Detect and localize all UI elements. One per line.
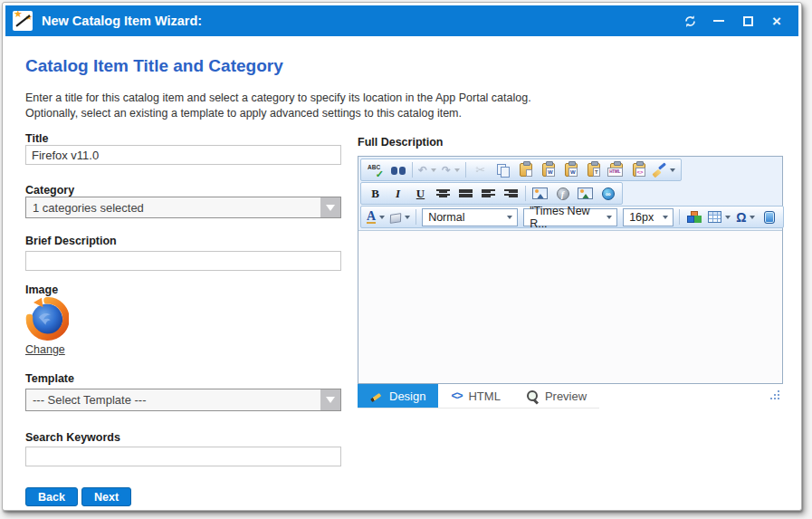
paste-html-button[interactable]: <> <box>628 160 649 179</box>
template-label: Template <box>25 372 74 385</box>
wizard-dialog: ★ ★ New Catalog Item Wizard: × Catalog I… <box>2 2 802 511</box>
media-manager-button[interactable] <box>759 207 779 226</box>
editor-toolbars: ABC✓↶↷✂WWTHTML<>BIUf∞ANormal"Times New R… <box>358 157 782 230</box>
toolbar-separator <box>525 186 526 201</box>
align-right-button[interactable] <box>501 184 521 203</box>
flash-manager-button[interactable]: f <box>552 184 573 203</box>
refresh-button[interactable] <box>675 9 704 33</box>
chevron-down-icon <box>326 205 335 211</box>
find-button[interactable] <box>387 160 408 179</box>
change-image-link[interactable]: Change <box>25 343 65 356</box>
insert-table-button[interactable] <box>706 207 732 226</box>
link-manager-button[interactable]: ∞ <box>597 184 618 203</box>
back-button[interactable]: Back <box>25 487 78 506</box>
chevron-down-icon <box>670 168 675 172</box>
paste-html-icon: <> <box>633 163 645 177</box>
template-dropdown[interactable]: --- Select Template --- <box>25 389 341 411</box>
chevron-down-icon <box>405 216 410 219</box>
close-button[interactable]: × <box>762 9 791 33</box>
chevron-down-icon <box>663 216 668 219</box>
spellcheck-icon: ABC✓ <box>368 164 383 177</box>
copy-button[interactable] <box>492 160 513 179</box>
paste-from-word-button[interactable]: W <box>538 160 559 179</box>
chevron-down-icon <box>326 397 335 403</box>
italic-button[interactable]: I <box>387 184 408 203</box>
chevron-down-icon <box>507 216 512 219</box>
cut-button[interactable]: ✂ <box>470 160 491 179</box>
image-label: Image <box>25 284 58 296</box>
close-icon: × <box>772 14 781 29</box>
description-line: Enter a title for this catalog item and … <box>25 91 531 106</box>
image-map-icon <box>578 187 593 199</box>
toolbar-separator <box>412 162 413 178</box>
template-value: --- Select Template --- <box>26 393 320 407</box>
align-left-button[interactable] <box>478 184 499 203</box>
paste-as-html-glyph: HTML <box>607 168 623 177</box>
tab-html[interactable]: <> HTML <box>438 384 512 408</box>
image-map-button[interactable] <box>575 184 596 203</box>
align-justify-button[interactable] <box>455 184 476 203</box>
cut-icon: ✂ <box>475 164 485 177</box>
flash-manager-icon: f <box>557 187 569 200</box>
tab-label: Preview <box>545 389 587 403</box>
align-center-button[interactable] <box>433 184 454 203</box>
paste-glyph <box>526 169 532 177</box>
code-brackets-icon: <> <box>451 389 462 402</box>
chevron-down-icon <box>750 216 755 219</box>
paste-from-word-strip-font-button[interactable]: W <box>560 160 581 179</box>
redo-button[interactable]: ↷ <box>440 160 462 179</box>
underline-button[interactable]: U <box>410 184 431 203</box>
paste-icon <box>520 163 532 177</box>
page-description: Enter a title for this catalog item and … <box>25 91 531 121</box>
firefox-logo <box>25 297 69 341</box>
format-stripper-button[interactable] <box>651 160 677 179</box>
undo-button[interactable]: ↶ <box>416 160 438 179</box>
italic-icon: I <box>396 187 400 200</box>
editor-content-area[interactable] <box>358 230 782 383</box>
font-name-value: "Times New R... <box>530 205 603 230</box>
align-center-icon <box>436 188 450 199</box>
search-keywords-label: Search Keywords <box>25 431 120 444</box>
minimize-button[interactable] <box>704 9 733 33</box>
title-input[interactable] <box>25 145 341 165</box>
find-icon <box>391 165 406 176</box>
bold-button[interactable]: B <box>365 184 386 203</box>
paste-plain-text-glyph: T <box>593 168 600 177</box>
brief-description-input[interactable] <box>25 251 341 271</box>
fore-color-button[interactable]: A <box>365 207 387 226</box>
editor-tab-bar: Design <> HTML Preview <box>358 384 599 408</box>
back-color-button[interactable] <box>388 207 412 226</box>
paste-button[interactable] <box>515 160 536 179</box>
tab-label: HTML <box>468 389 500 403</box>
maximize-button[interactable] <box>733 9 762 33</box>
spellcheck-button[interactable]: ABC✓ <box>365 160 386 179</box>
category-dropdown[interactable]: 1 categories selected <box>25 197 341 218</box>
template-dropdown-button[interactable] <box>320 389 340 410</box>
chevron-down-icon <box>454 168 460 172</box>
tab-label: Design <box>389 389 425 403</box>
font-name-select[interactable]: "Times New R... <box>523 208 617 226</box>
next-button[interactable]: Next <box>81 487 131 506</box>
align-right-icon <box>504 188 518 199</box>
search-keywords-input[interactable] <box>25 447 341 466</box>
minimize-icon <box>713 20 724 22</box>
paste-html-glyph: <> <box>635 168 645 177</box>
paste-as-html-button[interactable]: HTML <box>606 160 626 179</box>
fore-color-icon: A <box>367 210 376 224</box>
insert-symbol-button[interactable]: Ω <box>734 207 757 226</box>
insert-snippet-blocks-icon <box>687 211 701 223</box>
insert-snippet-blocks-button[interactable] <box>683 207 704 226</box>
editor-toolbar-row: ANormal"Times New R...16pxΩ <box>360 206 784 228</box>
paste-as-html-icon: HTML <box>610 163 623 177</box>
image-manager-button[interactable] <box>530 184 550 203</box>
category-dropdown-button[interactable] <box>320 197 340 217</box>
description-line: Optionally, select an existing a templat… <box>25 106 531 121</box>
page-title: Catalog Item Title and Category <box>25 56 283 76</box>
tab-preview[interactable]: Preview <box>513 384 599 408</box>
paste-plain-text-button[interactable]: T <box>583 160 604 179</box>
tab-design[interactable]: Design <box>358 384 438 408</box>
font-size-select[interactable]: 16px <box>623 208 673 226</box>
paragraph-style-select[interactable]: Normal <box>422 208 518 226</box>
bold-icon: B <box>371 187 379 200</box>
resize-grip[interactable] <box>770 390 781 401</box>
